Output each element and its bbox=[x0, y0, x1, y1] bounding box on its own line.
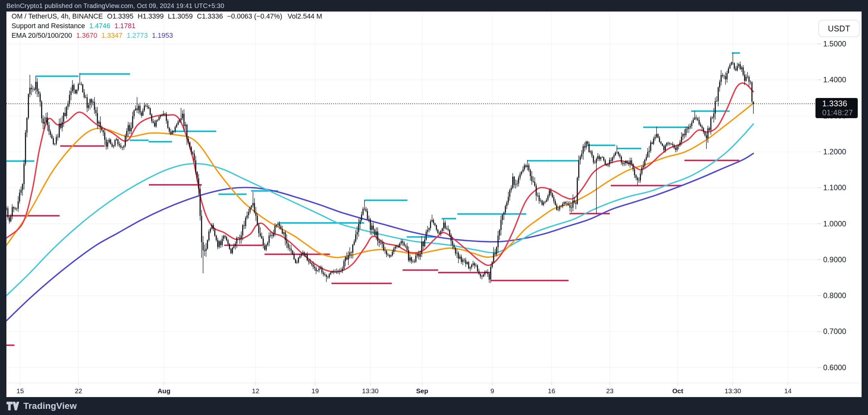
price-axis-label: 1.1000 bbox=[823, 184, 846, 192]
price-axis-label: 1.5000 bbox=[823, 40, 846, 48]
price-change: −0.0063 (−0.47%) bbox=[227, 12, 282, 21]
sr-resistance-value: 1.4746 bbox=[89, 22, 110, 30]
legend-sr-row: Support and Resistance 1.4746 1.1781 bbox=[11, 22, 322, 32]
price-axis-label: 1.2000 bbox=[823, 148, 846, 156]
publication-title: BeInCrypto1 published on TradingView.com… bbox=[6, 0, 224, 12]
tradingview-logo-icon bbox=[6, 401, 19, 412]
price-axis-label: 0.8000 bbox=[823, 291, 846, 300]
time-axis-label: Oct bbox=[672, 387, 683, 394]
time-axis-label: 23 bbox=[606, 387, 614, 394]
sr-support-value: 1.1781 bbox=[114, 22, 135, 30]
ohlc-low: L1.3059 bbox=[168, 12, 193, 21]
ema-indicator-label: EMA 20/50/100/200 bbox=[11, 32, 72, 40]
legend-symbol-row: OM / TetherUS, 4h, BINANCE O1.3395 H1.33… bbox=[11, 12, 322, 22]
tradingview-snapshot: BeInCrypto1 published on TradingView.com… bbox=[0, 0, 868, 415]
ema100-value: 1.2773 bbox=[126, 32, 148, 40]
time-axis-label: 9 bbox=[490, 387, 494, 394]
volume-value: Vol2.544 M bbox=[288, 12, 322, 21]
ohlc-close: C1.3336 bbox=[197, 12, 223, 21]
ema20-value: 1.3670 bbox=[76, 32, 97, 40]
footer-bar: TradingView bbox=[0, 397, 868, 415]
time-axis-label: 19 bbox=[312, 387, 319, 394]
time-axis-label: 16 bbox=[548, 387, 555, 394]
chart-canvas[interactable]: 1.50001.40001.30001.20001.10001.00000.90… bbox=[0, 11, 868, 397]
time-axis-label: Aug bbox=[158, 387, 170, 394]
last-price-value: 1.3336 bbox=[822, 99, 858, 108]
time-axis-label: 14 bbox=[784, 387, 792, 394]
left-frame-strip bbox=[0, 11, 6, 397]
price-axis-label: 0.6000 bbox=[823, 363, 846, 372]
ohlc-open: O1.3395 bbox=[107, 12, 133, 21]
bar-countdown: 01:48:27 bbox=[822, 108, 858, 117]
legend-ema-row: EMA 20/50/100/200 1.3670 1.3347 1.2773 1… bbox=[11, 32, 322, 41]
ohlc-high: H1.3399 bbox=[138, 12, 164, 21]
time-axis-label: 13:30 bbox=[362, 387, 378, 394]
price-axis-label: 0.7000 bbox=[823, 327, 846, 336]
header-bar: BeInCrypto1 published on TradingView.com… bbox=[0, 0, 868, 11]
symbol-title: OM / TetherUS, 4h, BINANCE bbox=[11, 12, 103, 21]
tradingview-logo-text: TradingView bbox=[23, 401, 77, 411]
time-axis-label: 15 bbox=[17, 387, 24, 394]
sr-indicator-label: Support and Resistance bbox=[11, 22, 85, 30]
currency-toggle-button[interactable]: USDT bbox=[818, 20, 860, 37]
time-axis-label: Sep bbox=[416, 387, 428, 394]
right-frame-strip bbox=[862, 11, 868, 397]
time-axis-label: 13:30 bbox=[724, 387, 741, 394]
price-axis-label: 1.0000 bbox=[823, 220, 846, 228]
price-axis-label: 0.9000 bbox=[823, 256, 846, 264]
ema50-value: 1.3347 bbox=[101, 32, 123, 40]
time-axis-label: 12 bbox=[252, 387, 259, 394]
tradingview-logo[interactable]: TradingView bbox=[6, 397, 77, 415]
ema200-value: 1.1953 bbox=[152, 32, 173, 40]
last-price-label: 1.3336 01:48:27 bbox=[815, 98, 858, 118]
price-axis-label: 1.4000 bbox=[823, 75, 846, 84]
chart-legend: OM / TetherUS, 4h, BINANCE O1.3395 H1.33… bbox=[11, 12, 322, 41]
time-axis-label: 22 bbox=[75, 387, 82, 394]
